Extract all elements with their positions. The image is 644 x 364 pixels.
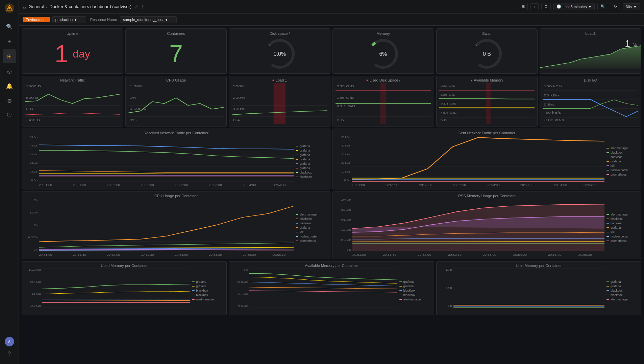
cpu-chart-area: 20:51:00 20:51:30 20:52:00 20:52:30 20:5… (39, 199, 294, 257)
svg-text:100 kB/s: 100 kB/s (544, 85, 563, 88)
svg-text:20:52:30: 20:52:30 (453, 183, 466, 186)
limit-chart-area (453, 268, 604, 313)
uptime-title: Uptime (26, 31, 119, 36)
mid-chart-row: Network Traffic 1000 B 500 B 0 B -500 B … (22, 76, 641, 127)
svg-text:20:52:30: 20:52:30 (448, 253, 462, 256)
legend-cpu-blackbox: blackbox (296, 217, 327, 221)
legend-prometheus-sent: prometheus (606, 173, 638, 176)
used-memory-panel: Used Memory per Container 119.2 MiB 95.4… (22, 261, 227, 315)
clock-icon: 🕐 (556, 4, 561, 9)
svg-text:186 GiB: 186 GiB (440, 93, 455, 96)
svg-text:-100 kB/s: -100 kB/s (544, 118, 564, 122)
limit-memory-panel: Limit Memory per Container 1.0 B 0.5 B 0… (436, 261, 641, 315)
used-disk-title: ♥ Used Disk Space / (336, 78, 431, 82)
received-y-labels: 5 kB/s 4 kB/s 3 kB/s 2 kB/s 1 kB/s 0 B/s (25, 136, 39, 187)
environment-select[interactable]: production ▼ (52, 16, 86, 23)
load1-title: Load1 (544, 31, 637, 36)
disk-space-panel: Disk space / 0.0% (229, 28, 330, 74)
rss-y-labels: 477 MiB 381 MiB 286 MiB 191 MiB 95.4 MiB… (336, 199, 352, 257)
svg-text:0.500%: 0.500% (129, 107, 146, 111)
svg-text:20:52:00: 20:52:00 (418, 253, 431, 256)
sidebar-item-dashboards[interactable]: ⊞ (3, 49, 16, 63)
svg-text:20:51:30: 20:51:30 (383, 253, 396, 256)
memory-panel: Memory 6% (332, 28, 434, 74)
svg-text:20:55:00: 20:55:00 (243, 253, 256, 256)
svg-point-1 (8, 7, 10, 9)
svg-text:1.50%: 1.50% (129, 85, 143, 88)
available-memory-title: ♥ Available Memory (439, 78, 535, 82)
svg-text:20:52:00: 20:52:00 (419, 183, 432, 186)
svg-rect-47 (486, 83, 490, 124)
disk-space-gauge: 0.0% (233, 37, 326, 71)
breadcrumb: General / Docker & containers dashboard … (28, 4, 131, 9)
svg-text:0 B: 0 B (483, 51, 491, 57)
received-network-inner: 5 kB/s 4 kB/s 3 kB/s 2 kB/s 1 kB/s 0 B/s (25, 136, 327, 187)
legend-item-grafana-4: grafana (296, 158, 327, 161)
app-logo[interactable] (4, 3, 15, 14)
cpu-y-labels: 2% 1.50% 1% 0.500% 0% (25, 199, 39, 257)
svg-text:186 GiB: 186 GiB (337, 96, 354, 99)
legend-cpu-grafana: grafana (296, 226, 327, 229)
svg-text:93.1 GiB: 93.1 GiB (337, 105, 355, 108)
swap-panel: Swap 0 B (436, 28, 538, 74)
sidebar-item-new[interactable]: ＋ (3, 35, 16, 48)
sidebar-item-search[interactable]: 🔍 (3, 20, 16, 33)
share-icon[interactable]: ⤴ (141, 4, 144, 9)
zoom-out-button[interactable]: 🔍 (597, 3, 608, 10)
received-chart-area: 20:51:00 20:51:30 20:52:00 20:52:30 20:5… (39, 136, 294, 187)
svg-text:-500 B: -500 B (26, 118, 40, 122)
legend-loki: loki (606, 164, 638, 167)
cpu-usage-panel: CPU Usage 1.50% 1% 0.500% 0% (125, 76, 227, 127)
resource-select[interactable]: sample_monitoring_host ▼ (120, 16, 177, 23)
svg-text:93.1 GiB: 93.1 GiB (440, 103, 456, 105)
svg-text:20:53:00: 20:53:00 (487, 183, 500, 186)
sidebar-item-explore[interactable]: ◎ (3, 64, 16, 78)
rss-legend: alertmanager blackbox cadvisor graf (604, 199, 638, 257)
svg-rect-28 (274, 83, 286, 124)
svg-text:233 GiB: 233 GiB (440, 84, 455, 87)
refresh-interval[interactable]: 30s ▼ (623, 3, 640, 10)
used-memory-title: Used Memory per Container (25, 264, 224, 268)
sidebar-item-shield[interactable]: 🛡 (3, 109, 16, 122)
sent-network-panel: Sent Network Traffic per Container 50 kB… (332, 129, 641, 189)
legend-rss-blackbox: blackbox (606, 217, 638, 221)
sidebar-item-alerts[interactable]: 🔔 (3, 79, 16, 93)
avail-chart-area (249, 268, 397, 313)
svg-text:20:53:00: 20:53:00 (175, 183, 188, 186)
network-traffic-title: Network Traffic (25, 78, 120, 82)
rss-chart-area: 20:51:00 20:51:30 20:52:00 20:52:30 20:5… (352, 199, 604, 257)
time-range-label[interactable]: Last 5 minutes (563, 5, 587, 9)
sidebar-item-settings[interactable]: ⚙ (3, 94, 16, 108)
star-icon[interactable]: ☆ (134, 4, 139, 9)
legend-item-grafana-6: grafana (296, 166, 327, 170)
breadcrumb-general[interactable]: General (28, 4, 44, 9)
cpu-per-container-title: CPU Usage per Container (25, 194, 327, 198)
save-button[interactable]: ↓ (530, 3, 539, 10)
cpu-per-container-panel: CPU Usage per Container 2% 1.50% 1% 0.50… (22, 191, 330, 259)
load1-value: 1 % (625, 38, 637, 49)
breadcrumb-dashboard: Docker & containers dashboard (cadvisor) (49, 4, 131, 9)
dashboard: Uptime 1 day Containers 7 Disk space / (19, 26, 644, 364)
time-range-selector[interactable]: 🕐 Last 5 minutes ▼ (553, 3, 595, 10)
dashboard-settings-button[interactable]: ⚙ (541, 3, 551, 10)
uptime-value: 1 day (26, 37, 119, 71)
avail-legend: grafana grafana blackbox blackbox (397, 268, 431, 313)
svg-text:20:51:00: 20:51:00 (352, 183, 365, 186)
used-memory-inner: 119.2 MiB 95.4 MiB 71.5 MiB 47.7 MiB (25, 268, 224, 313)
refresh-button[interactable]: ↻ (611, 3, 620, 10)
containers-value: 7 (130, 37, 223, 71)
add-panel-button[interactable]: ⊞ (519, 3, 528, 10)
svg-text:20:52:30: 20:52:30 (141, 253, 154, 256)
user-avatar[interactable]: A (5, 337, 14, 346)
svg-rect-37 (380, 83, 386, 124)
swap-gauge: 0 B (441, 37, 534, 71)
svg-text:0%: 0% (129, 118, 137, 122)
svg-text:20:51:30: 20:51:30 (386, 183, 399, 186)
refresh-interval-label[interactable]: 30s (626, 5, 632, 9)
svg-text:20:53:30: 20:53:30 (209, 253, 222, 256)
svg-text:20:54:00: 20:54:00 (513, 253, 527, 256)
svg-text:20:54:00: 20:54:00 (554, 183, 567, 186)
svg-text:20:51:30: 20:51:30 (73, 183, 86, 186)
sidebar-item-help[interactable]: ? (3, 347, 16, 361)
legend-cadvisor: cadvisor (606, 155, 638, 159)
